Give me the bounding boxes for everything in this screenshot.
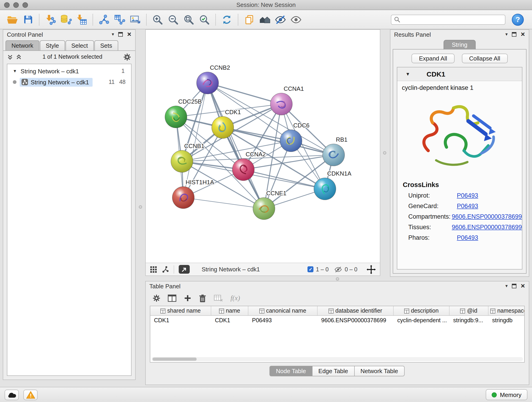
import-network-file-button[interactable] [43, 12, 58, 27]
show-columns-icon[interactable] [168, 294, 177, 302]
tree-expander-icon[interactable]: ▼ [13, 69, 17, 73]
horizontal-scrollbar[interactable] [152, 357, 523, 361]
gene-section-header[interactable]: ▼ CDK1 [397, 67, 522, 81]
collapse-all-button[interactable]: Collapse All [462, 54, 508, 63]
crosslink-value-link[interactable]: P06493 [457, 203, 478, 210]
column-header--id[interactable]: @id [450, 306, 488, 315]
network-edge-ccnb2-ccna1[interactable] [208, 83, 281, 104]
right-splitter-handle[interactable] [383, 151, 386, 154]
network-node-hist1h1a[interactable]: HIST1H1A [172, 179, 214, 209]
table-cell[interactable]: P06493 [248, 316, 317, 325]
column-header-name[interactable]: name [211, 306, 248, 315]
network-overview-icon[interactable] [162, 266, 169, 273]
zoom-selected-button[interactable] [196, 12, 212, 27]
column-header-database-identifier[interactable]: database identifier [317, 306, 394, 315]
section-expander-icon[interactable]: ▼ [405, 71, 410, 77]
gear-icon[interactable] [123, 53, 131, 61]
network-edge-hist1h1a-ccne1[interactable] [183, 198, 264, 209]
panel-menu-icon[interactable]: ▾ [505, 32, 508, 37]
expand-all-icon[interactable] [16, 54, 22, 60]
collapse-all-icon[interactable] [7, 54, 13, 60]
open-session-button[interactable] [5, 12, 20, 27]
network-row-selected[interactable]: String Network – cdk1 11 48 [7, 77, 131, 88]
tab-select[interactable]: Select [65, 40, 94, 51]
network-edge-ccna2-cdkn1a[interactable] [243, 170, 325, 189]
tab-sets[interactable]: Sets [94, 40, 118, 51]
expand-all-button[interactable]: Expand All [412, 54, 455, 63]
network-node-rb1[interactable]: RB1 [323, 136, 348, 166]
minimize-window-button[interactable] [13, 2, 19, 8]
memory-button[interactable]: Memory [486, 389, 527, 400]
warnings-button[interactable] [23, 389, 38, 400]
new-network-button[interactable] [96, 12, 112, 27]
table-cell[interactable]: stringdb:9... [450, 316, 488, 325]
delete-column-trash-icon[interactable] [199, 294, 206, 302]
close-panel-icon[interactable]: ✕ [127, 32, 132, 37]
close-window-button[interactable] [4, 2, 10, 8]
zoom-in-button[interactable] [150, 12, 165, 27]
import-network-database-button[interactable] [58, 12, 74, 27]
neighborhood-button[interactable] [257, 12, 273, 27]
float-panel-icon[interactable] [118, 32, 123, 37]
search-input[interactable] [402, 16, 502, 23]
left-splitter-handle[interactable] [139, 205, 142, 209]
network-node-ccna1[interactable]: CCNA1 [270, 85, 304, 115]
column-header-description[interactable]: description [394, 306, 450, 315]
tab-edge-table[interactable]: Edge Table [312, 366, 355, 376]
network-node-cdk1[interactable]: CDK1 [212, 109, 241, 138]
table-cell[interactable]: stringdb [488, 316, 525, 325]
show-all-button[interactable] [288, 12, 304, 27]
scrollbar-thumb[interactable] [152, 357, 196, 361]
float-panel-icon[interactable] [512, 32, 516, 37]
save-session-button[interactable] [20, 12, 36, 27]
zoom-fit-button[interactable] [181, 12, 196, 27]
table-cell[interactable]: cyclin-dependent ... [394, 316, 450, 325]
network-node-ccne1[interactable]: CCNE1 [253, 190, 286, 220]
cloud-status-button[interactable] [5, 389, 19, 400]
crosslink-value-link[interactable]: 9606.ENSP00000378699 [452, 213, 522, 220]
duplicate-button[interactable] [241, 12, 257, 27]
zoom-out-button[interactable] [165, 12, 181, 27]
table-cell[interactable]: CDK1 [211, 316, 248, 325]
panel-menu-icon[interactable]: ▾ [505, 284, 508, 288]
crosslink-value-link[interactable]: P06493 [457, 192, 478, 199]
network-from-table-button[interactable] [112, 12, 127, 27]
crosslink-value-link[interactable]: 9606.ENSP00000378699 [452, 224, 522, 230]
network-node-cdkn1a[interactable]: CDKN1A [314, 170, 351, 200]
network-node-cdc25b[interactable]: CDC25B [165, 98, 202, 128]
table-gear-icon[interactable] [152, 294, 160, 302]
tab-style[interactable]: Style [40, 40, 65, 51]
panel-menu-icon[interactable]: ▾ [112, 32, 114, 37]
import-table-file-button[interactable] [74, 12, 89, 27]
tab-network-table[interactable]: Network Table [354, 366, 404, 376]
network-canvas[interactable]: CCNB2CCNA1CDC25BCDK1CDC6RB1CCNB1CCNA2CDK… [146, 30, 380, 263]
refresh-view-button[interactable] [219, 12, 234, 27]
table-cell[interactable]: 9606.ENSP00000378699 [317, 316, 394, 325]
add-column-plus-icon[interactable] [184, 294, 191, 302]
network-edge-ccnb2-ccne1[interactable] [208, 83, 264, 209]
help-button[interactable]: ? [512, 13, 524, 26]
tab-node-table[interactable]: Node Table [269, 366, 312, 376]
open-in-window-button[interactable] [179, 265, 190, 274]
selected-items-checkbox-icon[interactable]: ✓ [308, 266, 314, 272]
network-collection-row[interactable]: ▼ String Network – cdk1 1 [7, 65, 131, 77]
network-image-button[interactable] [127, 12, 143, 27]
table-row[interactable]: CDK1CDK1P064939606.ENSP00000378699cyclin… [150, 316, 524, 325]
float-panel-icon[interactable] [512, 284, 516, 288]
zoom-window-button[interactable] [22, 2, 28, 8]
network-node-ccnb2[interactable]: CCNB2 [196, 64, 230, 94]
close-panel-icon[interactable]: ✕ [520, 283, 525, 289]
tab-string[interactable]: String [443, 40, 476, 50]
column-header-namespace[interactable]: namespace [488, 306, 525, 315]
bottom-splitter-handle[interactable] [336, 277, 339, 281]
hidden-items-eye-slash-icon[interactable] [334, 266, 342, 273]
birdseye-grid-icon[interactable] [150, 266, 157, 273]
column-header-shared-name[interactable]: shared name [150, 306, 211, 315]
close-panel-icon[interactable]: ✕ [520, 32, 525, 37]
pan-crosshair-icon[interactable] [367, 265, 376, 274]
column-header-canonical-name[interactable]: canonical name [248, 306, 317, 315]
network-node-ccnb1[interactable]: CCNB1 [171, 143, 204, 172]
tab-network[interactable]: Network [6, 40, 39, 51]
network-node-cdc6[interactable]: CDC6 [280, 122, 310, 152]
crosslink-value-link[interactable]: P06493 [457, 234, 478, 241]
